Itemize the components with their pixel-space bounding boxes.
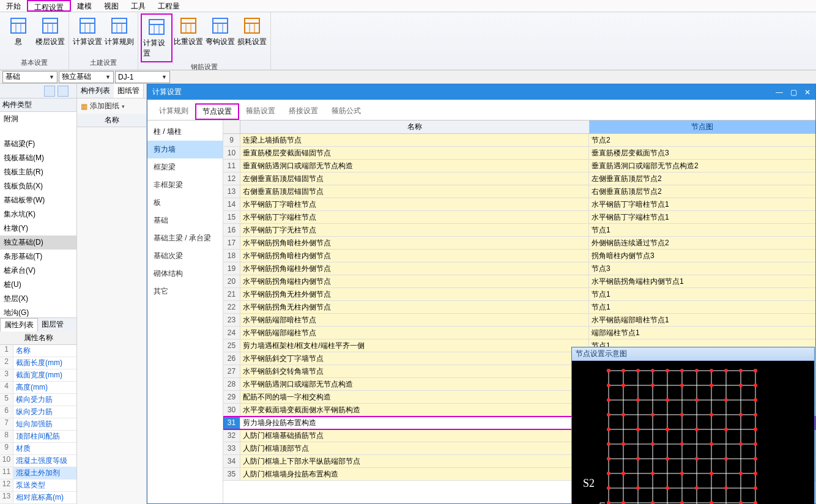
dialog-tab[interactable]: 箍筋公式 — [325, 103, 368, 120]
row-node[interactable]: 拐角暗柱内侧节点3 — [589, 250, 815, 262]
selector-component[interactable]: DJ-1▼ — [115, 71, 170, 83]
grid-row[interactable]: 22水平钢筋拐角无柱内侧节点节点1 — [223, 301, 815, 314]
grid-row[interactable]: 21水平钢筋拐角无柱外侧节点节点1 — [223, 288, 815, 301]
prop-row[interactable]: 7短向加强筋 — [0, 418, 76, 431]
grid-row[interactable]: 9连梁上墙插筋节点节点2 — [223, 134, 815, 147]
close-icon[interactable]: ✕ — [804, 88, 810, 97]
row-node[interactable]: 水平钢筋拐角端柱内侧节点1 — [589, 275, 815, 287]
type-item[interactable]: 砌体结构 — [147, 265, 223, 283]
row-node[interactable]: 水平钢筋端部暗柱节点1 — [589, 314, 815, 326]
menu-tab-0[interactable]: 开始 — [0, 0, 27, 12]
component-type-item[interactable]: 条形基础(T) — [0, 250, 76, 264]
prop-row[interactable]: 5横向受力筋 — [0, 394, 76, 406]
component-type-item[interactable]: 筏板负筋(X) — [0, 179, 76, 193]
dialog-tab[interactable]: 搭接设置 — [282, 103, 325, 120]
list-view-icon[interactable] — [44, 86, 55, 97]
prop-row[interactable]: 6纵向受力筋 — [0, 406, 76, 418]
row-node[interactable]: 端部端柱节点1 — [589, 327, 815, 339]
component-type-item[interactable]: 垫层(X) — [0, 292, 76, 306]
grid-row[interactable]: 13右侧垂直筋顶层锚固节点右侧垂直筋顶层节点2 — [223, 185, 815, 198]
row-node[interactable]: 节点2 — [589, 134, 815, 146]
menu-tab-2[interactable]: 建模 — [71, 0, 98, 12]
ribbon-rule-button[interactable]: 计算规则 — [103, 13, 135, 58]
component-type-item[interactable]: 独立基础(D) — [0, 235, 76, 250]
mid-tab[interactable]: 构件列表 — [77, 84, 114, 98]
component-type-item[interactable]: 柱墩(Y) — [0, 221, 76, 235]
selector-level[interactable]: 基础▼ — [2, 71, 57, 83]
grid-row[interactable]: 19水平钢筋拐角端柱外侧节点节点3 — [223, 262, 815, 275]
ribbon-info-button[interactable]: 息 — [2, 13, 34, 58]
menu-tab-4[interactable]: 工具 — [125, 0, 152, 12]
grid-row[interactable]: 23水平钢筋端部暗柱节点水平钢筋端部暗柱节点1 — [223, 314, 815, 327]
prop-tab[interactable]: 属性列表 — [0, 318, 38, 332]
row-node[interactable]: 节点1 — [589, 301, 815, 313]
dialog-tab[interactable]: 节点设置 — [195, 103, 239, 120]
prop-row[interactable]: 11混凝土外加剂 — [0, 467, 76, 480]
ribbon-calc1-button[interactable]: 计算设置 — [72, 13, 103, 58]
prop-row[interactable]: 1名称 — [0, 345, 76, 357]
grid-row[interactable]: 15水平钢筋丁字端柱节点水平钢筋丁字端柱节点1 — [223, 211, 815, 224]
type-item[interactable]: 基础 — [147, 212, 223, 229]
prop-row[interactable]: 3截面宽度(mm) — [0, 369, 76, 382]
component-type-item[interactable]: 筏板基础(M) — [0, 151, 76, 165]
add-drawing-row[interactable]: ▦ 添加图纸 ▾ — [77, 98, 146, 114]
component-type-item[interactable]: 筏板主筋(R) — [0, 165, 76, 179]
minimize-icon[interactable]: — — [776, 88, 783, 97]
ribbon-weight-button[interactable]: 比重设置 — [172, 13, 204, 62]
selector-category[interactable]: 独立基础▼ — [59, 71, 114, 83]
prop-tab[interactable]: 图层管 — [38, 318, 67, 332]
component-type-item[interactable]: 桩(U) — [0, 278, 76, 292]
type-item[interactable]: 剪力墙 — [147, 141, 223, 158]
grid-row[interactable]: 20水平钢筋拐角端柱内侧节点水平钢筋拐角端柱内侧节点1 — [223, 275, 815, 288]
grid-row[interactable]: 16水平钢筋丁字无柱节点节点1 — [223, 224, 815, 237]
row-node[interactable]: 节点1 — [589, 224, 815, 236]
component-type-item[interactable]: 基础板带(W) — [0, 193, 76, 207]
row-node[interactable]: 外侧钢筋连续通过节点2 — [589, 237, 815, 249]
menu-tab-5[interactable]: 工程量 — [152, 0, 186, 12]
prop-row[interactable]: 9材质 — [0, 443, 76, 455]
dialog-tab[interactable]: 箍筋设置 — [239, 103, 282, 120]
component-type-item[interactable]: 基础梁(F) — [0, 137, 76, 151]
prop-row[interactable]: 2截面长度(mm) — [0, 357, 76, 369]
grid-row[interactable]: 12左侧垂直筋顶层锚固节点左侧垂直筋顶层节点2 — [223, 172, 815, 185]
row-node[interactable]: 水平钢筋丁字端柱节点1 — [589, 211, 815, 223]
prop-row[interactable]: 4高度(mm) — [0, 382, 76, 394]
row-node[interactable]: 节点1 — [589, 288, 815, 300]
mid-tab[interactable]: 图纸管 — [114, 84, 144, 98]
type-item[interactable]: 基础次梁 — [147, 247, 223, 265]
ribbon-loss-button[interactable]: 损耗设置 — [236, 13, 268, 62]
type-item[interactable]: 基础主梁 / 承台梁 — [147, 229, 223, 247]
grid-row[interactable]: 24水平钢筋端部端柱节点端部端柱节点1 — [223, 327, 815, 339]
grid-view-icon[interactable] — [57, 86, 69, 97]
dialog-tab[interactable]: 计算规则 — [152, 103, 195, 120]
ribbon-calc2-button[interactable]: 计算设置 — [141, 13, 172, 62]
grid-row[interactable]: 17水平钢筋拐角暗柱外侧节点外侧钢筋连续通过节点2 — [223, 237, 815, 250]
component-type-item[interactable]: 附洞 — [0, 112, 76, 126]
component-type-item[interactable]: 集水坑(K) — [0, 207, 76, 221]
component-type-item[interactable]: 桩承台(V) — [0, 264, 76, 278]
ribbon-hook-button[interactable]: 弯钩设置 — [204, 13, 236, 62]
prop-row[interactable]: 10混凝土强度等级 — [0, 455, 76, 467]
row-node[interactable]: 水平钢筋丁字暗柱节点1 — [589, 198, 815, 210]
type-item[interactable]: 框架梁 — [147, 158, 223, 176]
prop-row[interactable]: 8顶部柱间配筋 — [0, 431, 76, 443]
ribbon-floors-button[interactable]: 楼层设置 — [34, 13, 66, 58]
grid-row[interactable]: 10垂直筋楼层变截面锚固节点垂直筋楼层变截面节点3 — [223, 147, 815, 160]
prop-row[interactable]: 13相对底标高(m) — [0, 492, 76, 504]
grid-row[interactable]: 11垂直钢筋遇洞口或端部无节点构造垂直筋遇洞口或端部无节点构造2 — [223, 160, 815, 172]
row-node[interactable]: 垂直筋楼层变截面节点3 — [589, 147, 815, 159]
row-node[interactable]: 右侧垂直筋顶层节点2 — [589, 185, 815, 198]
type-item[interactable]: 板 — [147, 194, 223, 212]
grid-row[interactable]: 18水平钢筋拐角暗柱内侧节点拐角暗柱内侧节点3 — [223, 250, 815, 262]
prop-row[interactable]: 12泵送类型 — [0, 480, 76, 492]
component-type-item[interactable]: 地沟(G) — [0, 306, 76, 317]
maximize-icon[interactable]: ▢ — [790, 88, 797, 97]
menu-tab-1[interactable]: 工程设置 — [27, 0, 71, 12]
row-node[interactable]: 左侧垂直筋顶层节点2 — [589, 172, 815, 185]
type-item[interactable]: 非框架梁 — [147, 176, 223, 194]
row-node[interactable]: 垂直筋遇洞口或端部无节点构造2 — [589, 160, 815, 172]
row-node[interactable]: 节点3 — [589, 262, 815, 275]
grid-row[interactable]: 14水平钢筋丁字暗柱节点水平钢筋丁字暗柱节点1 — [223, 198, 815, 211]
type-item[interactable]: 其它 — [147, 283, 223, 300]
menu-tab-3[interactable]: 视图 — [98, 0, 125, 12]
